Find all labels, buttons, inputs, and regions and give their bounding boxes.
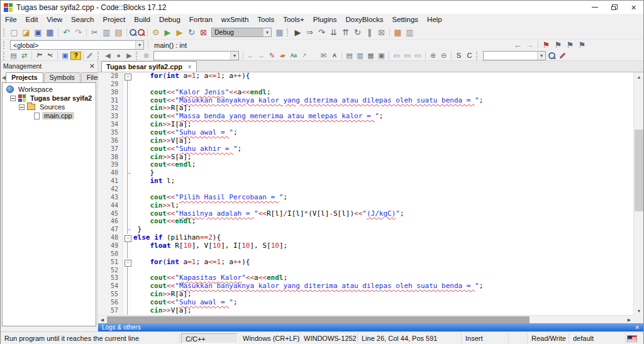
new-file-icon[interactable]: ▢ — [8, 27, 20, 38]
jump-forward-icon[interactable]: → — [524, 40, 536, 50]
browse-prev-icon[interactable]: ◀ — [103, 50, 113, 61]
logs-close-icon[interactable]: ✕ — [635, 325, 640, 331]
step-into-icon[interactable]: ⇊ — [328, 27, 340, 38]
outline-box-icon-3[interactable]: ▭ — [413, 50, 423, 61]
logs-panel-header[interactable]: Logs & others ✕ — [98, 323, 643, 331]
tree-item-maincpp[interactable]: main.cpp — [3, 111, 96, 120]
fold-margin[interactable] — [123, 258, 131, 267]
code-line[interactable]: 49 float R[10], V[10], I[10], S[10]; — [98, 242, 633, 250]
next-instruction-icon[interactable]: ↻ — [352, 27, 364, 38]
fold-margin[interactable] — [123, 72, 131, 80]
menu-build[interactable]: Build — [130, 16, 155, 23]
next-line-icon[interactable]: ↷ — [316, 27, 328, 38]
code-line[interactable]: 57 cin>>V[a]; — [98, 307, 633, 315]
build-and-run-icon[interactable]: ▶ — [174, 27, 186, 38]
scroll-right-icon[interactable]: ▶ — [625, 316, 633, 324]
doxygen-comment-icon[interactable]: /** — [34, 50, 45, 61]
collapse-box-icon[interactable] — [19, 104, 25, 110]
restore-button[interactable] — [604, 1, 624, 14]
menu-doxyblocks[interactable]: DoxyBlocks — [341, 16, 387, 23]
menu-project[interactable]: Project — [99, 16, 130, 23]
save-all-icon[interactable]: ▦ — [44, 27, 56, 38]
build-target-combo[interactable]: Debug▾ — [211, 28, 272, 37]
code-editor[interactable]: 28 for(int a=1; a<=1; a++){2930 cout<<"K… — [98, 72, 633, 315]
view-box-icon-3[interactable]: ▦ — [365, 50, 376, 61]
outline-box-icon-2[interactable]: ▭ — [402, 50, 413, 61]
menu-fortran[interactable]: Fortran — [185, 16, 217, 23]
select-match-icon[interactable]: ▰ — [277, 50, 288, 61]
menu-wxsmith[interactable]: wxSmith — [217, 16, 253, 23]
context-help-icon[interactable]: ? — [70, 52, 81, 60]
tab-symbols[interactable]: Symbols — [44, 72, 80, 82]
break-debugger-icon[interactable]: ∥ — [364, 27, 375, 38]
abort-build-icon[interactable]: ⊠ — [197, 27, 209, 38]
tree-item-tugasbesarsyifa2[interactable]: Tugas besar syifa2 — [3, 94, 96, 103]
spell-check-icon[interactable]: A — [329, 50, 340, 61]
browse-next-icon[interactable]: ▶ — [124, 50, 135, 61]
letter-s-icon[interactable]: S — [453, 50, 464, 61]
management-close-icon[interactable]: ✕ — [89, 62, 95, 70]
zoom-out-icon[interactable]: ⊖ — [438, 50, 449, 61]
menu-tools[interactable]: Tools — [253, 16, 279, 23]
debugging-windows-icon[interactable]: ▦ — [392, 27, 404, 38]
search-symbol-icon[interactable] — [548, 52, 558, 60]
outline-box-icon-1[interactable]: ▭ — [391, 50, 402, 61]
build-icon[interactable]: ⚙ — [150, 27, 162, 38]
open-file-icon[interactable]: ◪ — [20, 27, 32, 38]
browse-mark-icon[interactable]: ● — [113, 50, 124, 61]
tree-item-sources[interactable]: Sources — [3, 103, 96, 111]
menu-debug[interactable]: Debug — [155, 16, 185, 23]
clear-bookmarks-icon[interactable]: ⚑ — [576, 40, 588, 50]
search-options-icon[interactable] — [558, 52, 569, 60]
minimize-button[interactable] — [585, 1, 604, 14]
envelope-icon[interactable]: ✉ — [318, 50, 329, 61]
cut-icon[interactable]: ✂ — [89, 27, 101, 38]
symbol-search-combo[interactable]: ▾ — [483, 51, 546, 60]
find-icon[interactable] — [129, 28, 137, 36]
horizontal-scroll-thumb[interactable] — [107, 316, 530, 323]
code-line[interactable]: 28 for(int a=1; a<=1; a++){ — [98, 72, 633, 80]
horizontal-scrollbar[interactable]: ◀ ▶ — [98, 315, 633, 323]
find-in-files-icon[interactable] — [137, 28, 145, 36]
close-button[interactable]: × — [624, 1, 643, 14]
debug-continue-icon[interactable]: ▶ — [292, 27, 304, 38]
incsearch-combo[interactable]: ▾ — [153, 51, 239, 60]
step-out-icon[interactable]: ⇈ — [340, 27, 352, 38]
match-case-icon[interactable]: Aa — [288, 50, 299, 61]
wxsmith-icon[interactable]: ▣ — [60, 50, 70, 61]
scroll-left-icon[interactable]: ◀ — [98, 316, 106, 324]
zoom-in-icon[interactable]: ⊕ — [428, 50, 438, 61]
copy-icon[interactable]: ▥ — [101, 27, 113, 38]
settings-wrench-icon[interactable] — [86, 52, 96, 60]
prev-bookmark-icon[interactable]: ⚑ — [552, 40, 564, 50]
incsearch-clear-icon[interactable]: ⊗ — [141, 50, 152, 61]
undo-icon[interactable]: ↶ — [60, 27, 72, 38]
code-line[interactable]: 51 for(int a=1; a<=1; a++){ — [98, 258, 633, 267]
jump-back-icon[interactable]: ← — [512, 40, 524, 50]
save-icon[interactable]: ▣ — [32, 27, 44, 38]
toggle-bookmark-icon[interactable]: ⚑ — [540, 40, 552, 50]
doxygen-uncomment-icon[interactable]: *< — [45, 50, 55, 61]
incsearch-next-icon[interactable]: → — [256, 50, 267, 61]
compiler-options-icon[interactable]: ▦ — [274, 27, 286, 38]
view-box-icon-1[interactable]: ▤ — [344, 50, 355, 61]
show-call-tip-icon[interactable]: ▤ — [8, 50, 19, 61]
redo-icon[interactable]: ↷ — [72, 27, 84, 38]
letter-c-icon[interactable]: C — [464, 50, 475, 61]
scroll-up-icon[interactable]: ▲ — [634, 72, 644, 81]
stop-debugger-icon[interactable]: ⊠ — [375, 27, 387, 38]
menu-file[interactable]: File — [1, 16, 21, 23]
vertical-scrollbar[interactable]: ▲ ▼ — [633, 72, 643, 315]
code-line[interactable]: 39 cout<<endl; — [98, 161, 633, 169]
tab-projects[interactable]: Projects — [6, 72, 43, 82]
menu-edit[interactable]: Edit — [21, 16, 43, 23]
scroll-down-icon[interactable]: ▼ — [634, 306, 644, 315]
tab-close-icon[interactable]: × — [188, 64, 192, 70]
tree-item-workspace[interactable]: Workspace — [3, 85, 96, 94]
swap-header-source-icon[interactable]: ⇄ — [19, 50, 30, 61]
regex-icon[interactable]: .* — [299, 50, 309, 61]
code-line[interactable]: 46 cout<<endl; — [98, 218, 633, 226]
menu-tools[interactable]: Tools+ — [279, 16, 309, 23]
view-box-icon-4[interactable]: ▣ — [376, 50, 387, 61]
rebuild-icon[interactable]: ↻ — [186, 27, 197, 38]
